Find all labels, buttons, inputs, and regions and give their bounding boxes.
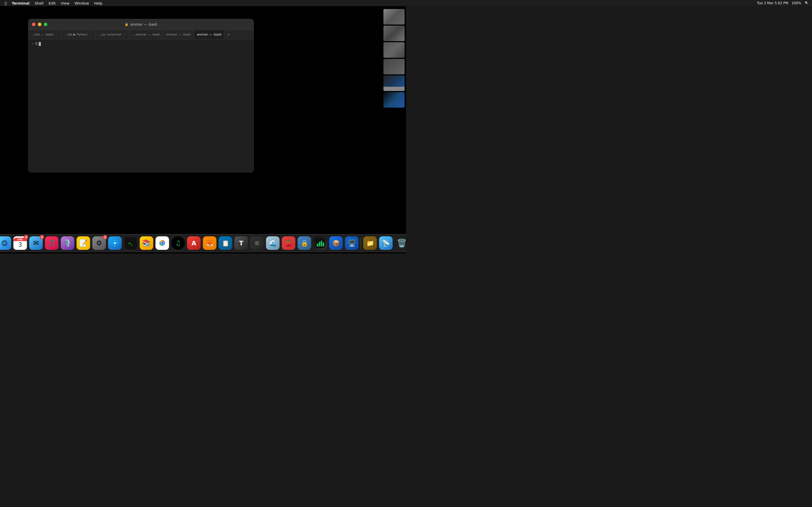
arc-icon: 🌊 [266,236,280,250]
thumbnail-6[interactable] [384,92,405,108]
notes-icon: 📝 [77,236,90,250]
cherrypicker-icon: 🍒 [282,236,296,250]
dock-item-lingo[interactable]: 🦊 [202,236,217,250]
terminal-tab-3[interactable]: ...py runserver ··· [96,30,130,39]
terminal-tab-6[interactable]: ammar — -bash [194,30,225,39]
mail-badge: 3 [40,235,44,239]
dock: 😊 CAL 3 3 ✉️ 3 🎵 🎙️ [0,234,406,252]
dock-item-sysprefs[interactable]: ⚙️ 1 [92,236,107,250]
prompt-tilde: ~ [32,42,34,46]
minimize-button[interactable] [38,22,42,26]
menubar-left:  Terminal Shell Edit View Window Help [2,0,105,6]
desktop: 🔒 ammar — -bash ...site — -bash ··· ...l… [0,6,406,253]
add-tab-button[interactable]: + [225,30,233,39]
tab-1-menu[interactable]: ··· [55,33,59,37]
virtualbox-icon: 📦 [329,236,343,250]
dock-item-trash[interactable]: 🗑️ [395,236,406,250]
close-button[interactable] [32,22,36,26]
terminal-prompt: ~ $ [32,42,250,46]
menubar-terminal[interactable]: Terminal [10,0,32,6]
resolution-icon: 🖥️ [345,236,359,250]
dock-item-calendar[interactable]: CAL 3 3 [13,236,28,250]
airdrop-icon: 📡 [379,236,393,250]
thumbnail-1[interactable] [384,9,405,24]
dock-item-retcon[interactable] [250,236,264,250]
finder-icon: 😊 [0,236,11,250]
dock-item-archiver[interactable]: 📁 [363,236,377,250]
svg-rect-7 [255,241,259,245]
maximize-button[interactable] [44,22,47,26]
terminal-tab-2[interactable]: ...lab ▶ Python ··· [62,30,96,39]
dock-item-nordvpn[interactable]: 🔒 [297,236,312,250]
apple-menu[interactable]:  [2,0,9,6]
dock-item-books[interactable]: 📚 [139,236,154,250]
dock-item-resolution[interactable]: 🖥️ [345,236,359,250]
terminal-content[interactable]: ~ $ [29,40,253,172]
lingo-icon: 🦊 [203,236,216,250]
menubar-edit[interactable]: Edit [46,0,58,6]
istat-icon [313,236,327,250]
vscode-icon: 💠 [108,236,122,250]
svg-rect-9 [317,244,318,246]
terminal-tabs: ...site — -bash ··· ...lab ▶ Python ··· … [29,30,253,40]
thumbnail-strip [382,6,406,253]
terminal-tab-4[interactable]: ...ammar — -bash [130,30,163,39]
dock-item-mail[interactable]: ✉️ 3 [29,236,43,250]
terminal-title: 🔒 ammar — -bash [124,22,157,26]
tab-2-menu[interactable]: ··· [89,33,93,37]
svg-point-5 [161,242,164,244]
trash-icon: 🗑️ [395,236,406,250]
dock-item-music[interactable]: 🎵 [45,236,59,250]
terminal-icon: >_ [124,236,138,250]
dock-item-terminal[interactable]: >_ [123,236,138,250]
dock-item-virtualbox[interactable]: 📦 [329,236,343,250]
svg-rect-10 [319,242,320,246]
terminal-window: 🔒 ammar — -bash ...site — -bash ··· ...l… [28,19,254,172]
thumbnail-4[interactable] [384,59,405,74]
prompt-dollar: $ [35,42,38,46]
thumbnail-5[interactable] [384,75,405,91]
chrome-icon [156,236,169,250]
terminal-title-text: ammar — -bash [130,22,157,26]
spotify-icon: ♫ [171,236,185,250]
menubar:  Terminal Shell Edit View Window Help T… [0,0,406,6]
dock-item-trello[interactable]: 📋 [218,236,233,250]
dock-item-spotify[interactable]: ♫ [171,236,186,250]
tab-3-menu[interactable]: ··· [123,33,126,37]
trello-icon: 📋 [219,236,232,250]
dock-item-istat[interactable] [313,236,327,250]
music-icon: 🎵 [45,236,59,250]
podcasts-icon: 🎙️ [61,236,74,250]
nordvpn-icon: 🔒 [298,236,311,250]
dock-item-podcasts[interactable]: 🎙️ [60,236,75,250]
svg-rect-12 [323,242,324,246]
sysprefs-badge: 1 [103,235,107,239]
dock-item-airdrop[interactable]: 📡 [378,236,393,250]
terminal-tab-5[interactable]: ammar — -bash [163,30,194,39]
dock-item-typora[interactable]: T [234,236,249,250]
retcon-icon [250,236,264,250]
dock-item-arc[interactable]: 🌊 [266,236,280,250]
svg-text:😊: 😊 [1,240,8,247]
menubar-shell[interactable]: Shell [33,0,46,6]
books-icon: 📚 [140,236,153,250]
calendar-badge: 3 [24,235,29,239]
menubar-help[interactable]: Help [92,0,105,6]
dock-item-vscode[interactable]: 💠 [108,236,122,250]
dock-item-cherrypicker[interactable]: 🍒 [282,236,296,250]
terminal-tab-1[interactable]: ...site — -bash ··· [29,30,62,39]
thumbnail-2[interactable] [384,25,405,41]
dock-item-finder[interactable]: 😊 [0,236,12,250]
dock-item-chrome[interactable] [155,236,170,250]
acrobat-icon: A [187,236,201,250]
dock-item-acrobat[interactable]: A [187,236,201,250]
terminal-titlebar: 🔒 ammar — -bash [29,19,253,30]
terminal-scrollbar[interactable] [251,40,253,172]
traffic-lights [32,22,47,26]
svg-rect-11 [321,241,322,246]
cursor [39,42,41,46]
dock-item-notes[interactable]: 📝 [76,236,91,250]
menubar-view[interactable]: View [59,0,72,6]
thumbnail-3[interactable] [384,42,405,58]
menubar-window[interactable]: Window [72,0,91,6]
